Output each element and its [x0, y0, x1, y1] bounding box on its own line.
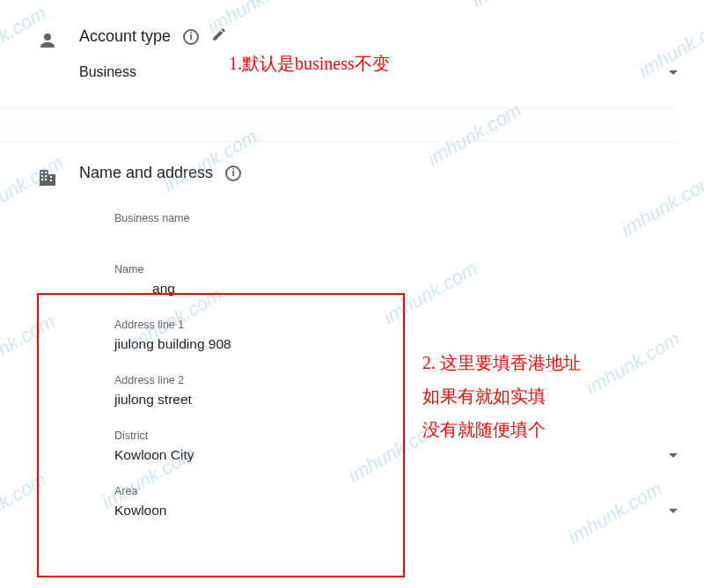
- field-label: Business name: [114, 212, 678, 224]
- svg-rect-5: [41, 175, 43, 177]
- name-address-title: Name and address: [79, 164, 213, 182]
- info-icon[interactable]: i: [225, 165, 241, 181]
- business-name-field[interactable]: Business name: [114, 212, 678, 246]
- svg-rect-1: [40, 170, 48, 186]
- district-value: Kowloon City: [114, 447, 194, 463]
- edit-icon[interactable]: [211, 26, 227, 47]
- address2-value: jiulong street: [114, 392, 192, 408]
- chevron-down-icon: [669, 509, 678, 513]
- address-line-1-field[interactable]: Address line 1 jiulong building 908: [114, 319, 678, 356]
- name-value: ang: [114, 281, 175, 297]
- name-address-section: Name and address i: [35, 164, 678, 190]
- svg-point-0: [44, 33, 51, 40]
- address1-value: jiulong building 908: [114, 336, 231, 352]
- info-icon[interactable]: i: [183, 29, 199, 45]
- area-field[interactable]: Area Kowloon: [114, 485, 678, 523]
- account-type-title: Account type: [79, 27, 171, 46]
- field-label: District: [114, 430, 678, 442]
- chevron-down-icon: [669, 453, 678, 458]
- field-label: Address line 2: [114, 374, 678, 386]
- person-icon: [35, 28, 60, 53]
- svg-rect-7: [41, 179, 43, 180]
- svg-rect-4: [45, 172, 47, 173]
- field-label: Address line 1: [114, 319, 678, 331]
- field-label: Area: [114, 485, 678, 497]
- annotation-2: 2. 这里要填香港地址 如果有就如实填 没有就随便填个: [422, 346, 581, 446]
- account-type-value: Business: [79, 64, 136, 80]
- building-icon: [35, 165, 60, 190]
- chevron-down-icon: [669, 70, 678, 75]
- name-field[interactable]: Name ang: [114, 263, 678, 301]
- district-field[interactable]: District Kowloon City: [114, 430, 678, 467]
- area-value: Kowloon: [114, 503, 166, 518]
- annotation-1: 1.默认是business不变: [229, 47, 390, 80]
- svg-rect-6: [45, 175, 47, 177]
- svg-rect-9: [50, 176, 52, 178]
- address-line-2-field[interactable]: Address line 2 jiulong street: [114, 374, 678, 412]
- svg-rect-10: [50, 180, 52, 181]
- section-divider: [0, 108, 678, 142]
- field-label: Name: [114, 263, 678, 276]
- svg-rect-3: [41, 172, 43, 173]
- svg-rect-8: [45, 179, 47, 180]
